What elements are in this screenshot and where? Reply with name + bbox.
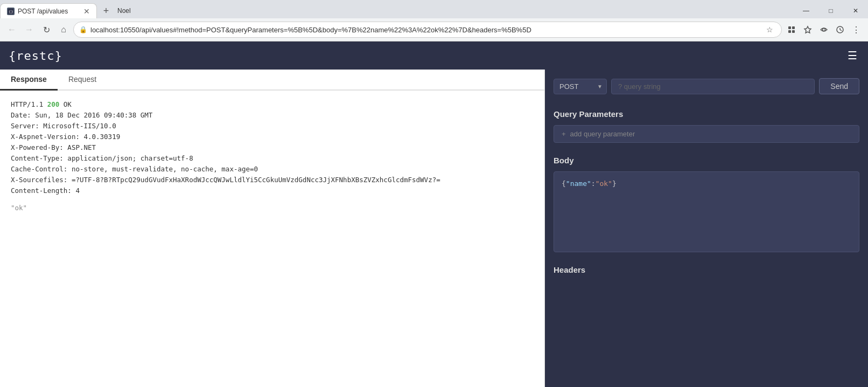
svg-text:{}: {} — [9, 10, 13, 14]
lock-icon: 🔒 — [79, 26, 87, 33]
response-body: "ok" — [11, 203, 534, 213]
extension-button-3[interactable] — [816, 22, 831, 37]
request-controls: POST GET PUT DELETE PATCH HEAD OPTIONS ▼… — [545, 70, 868, 103]
headers-section: Headers — [545, 259, 868, 287]
svg-rect-3 — [792, 26, 795, 29]
app-header: {restc} ☰ — [0, 42, 868, 70]
minimize-button[interactable]: — — [794, 2, 818, 20]
http-status-line: HTTP/1.1 200 OK — [11, 99, 534, 110]
headers-title: Headers — [554, 265, 859, 274]
svg-marker-6 — [804, 26, 811, 33]
main-content: Response Request HTTP/1.1 200 OK Date: S… — [0, 70, 868, 387]
method-select-wrapper: POST GET PUT DELETE PATCH HEAD OPTIONS ▼ — [554, 79, 607, 94]
add-query-parameter-button[interactable]: + add query parameter — [554, 125, 859, 143]
close-button[interactable]: ✕ — [843, 2, 868, 20]
response-header-content-type: Content-Type: application/json; charset=… — [11, 153, 534, 164]
json-colon: : — [591, 179, 596, 188]
tab-favicon: {} — [7, 8, 15, 15]
svg-line-10 — [840, 30, 842, 31]
url-bar[interactable]: 🔒 ☆ — [73, 22, 782, 38]
url-actions: ☆ — [763, 23, 776, 36]
add-param-label: add query parameter — [570, 130, 635, 138]
extension-button-1[interactable] — [784, 22, 799, 37]
right-panel: POST GET PUT DELETE PATCH HEAD OPTIONS ▼… — [545, 70, 868, 387]
tab-response[interactable]: Response — [0, 70, 58, 91]
status-code: 200 — [47, 100, 60, 108]
response-header-length: Content-Length: 4 — [11, 185, 534, 196]
status-text: OK — [59, 100, 72, 108]
new-tab-button[interactable]: + — [99, 4, 113, 18]
query-parameters-title: Query Parameters — [554, 109, 859, 119]
json-open-brace: { — [562, 179, 566, 188]
browser-tab[interactable]: {} POST /api/values ✕ — [0, 3, 97, 18]
query-parameters-section: Query Parameters + add query parameter — [545, 103, 868, 149]
add-icon: + — [562, 130, 566, 138]
tab-title: POST /api/values — [18, 8, 68, 15]
window-controls: — □ ✕ — [794, 2, 868, 20]
response-header-sourcefiles: X-Sourcefiles: =?UTF-8?B?RTpcQ29udGVudFx… — [11, 175, 534, 185]
response-header-powered: X-Powered-By: ASP.NET — [11, 142, 534, 153]
browser-actions: ⋮ — [784, 22, 864, 37]
maximize-button[interactable]: □ — [818, 2, 843, 20]
browser-chrome: {} POST /api/values ✕ + Noel — □ ✕ ← → ↻… — [0, 0, 868, 42]
json-close-brace: } — [612, 179, 617, 188]
body-title: Body — [554, 156, 859, 165]
back-button[interactable]: ← — [4, 22, 19, 37]
tab-close-button[interactable]: ✕ — [83, 7, 90, 16]
method-select[interactable]: POST GET PUT DELETE PATCH HEAD OPTIONS — [554, 79, 607, 94]
app-logo: {restc} — [9, 49, 62, 63]
http-version: HTTP/1.1 — [11, 100, 47, 108]
body-section: Body {"name":"ok"} — [545, 149, 868, 259]
svg-rect-4 — [788, 30, 791, 33]
svg-rect-2 — [788, 26, 791, 29]
svg-rect-5 — [792, 30, 795, 33]
url-input[interactable] — [90, 26, 760, 34]
tabs-bar: Response Request — [0, 70, 544, 91]
response-header-date: Date: Sun, 18 Dec 2016 09:40:38 GMT — [11, 110, 534, 121]
tab-bar: {} POST /api/values ✕ + Noel — □ ✕ — [0, 0, 868, 18]
home-button[interactable]: ⌂ — [56, 22, 71, 37]
user-label: Noel — [113, 7, 135, 15]
address-bar: ← → ↻ ⌂ 🔒 ☆ ⋮ — [0, 18, 868, 41]
response-header-server: Server: Microsoft-IIS/10.0 — [11, 121, 534, 132]
svg-point-7 — [823, 29, 825, 31]
extension-button-4[interactable] — [832, 22, 848, 37]
json-key: "name" — [566, 179, 591, 188]
left-panel: Response Request HTTP/1.1 200 OK Date: S… — [0, 70, 545, 387]
response-content: HTTP/1.1 200 OK Date: Sun, 18 Dec 2016 0… — [0, 91, 544, 387]
more-button[interactable]: ⋮ — [849, 22, 864, 37]
response-header-aspnet: X-Aspnet-Version: 4.0.30319 — [11, 132, 534, 142]
send-button[interactable]: Send — [819, 78, 859, 94]
app-container: {restc} ☰ Response Request HTTP/1.1 200 … — [0, 42, 868, 387]
response-header-cache: Cache-Control: no-store, must-revalidate… — [11, 164, 534, 175]
hamburger-button[interactable]: ☰ — [845, 47, 859, 64]
query-string-input[interactable] — [611, 79, 815, 94]
forward-button[interactable]: → — [22, 22, 37, 37]
body-display[interactable]: {"name":"ok"} — [554, 171, 859, 252]
tab-request[interactable]: Request — [58, 70, 107, 91]
json-value: "ok" — [596, 179, 612, 188]
bookmark-button[interactable]: ☆ — [763, 23, 776, 36]
refresh-button[interactable]: ↻ — [39, 22, 54, 37]
extension-button-2[interactable] — [800, 22, 815, 37]
